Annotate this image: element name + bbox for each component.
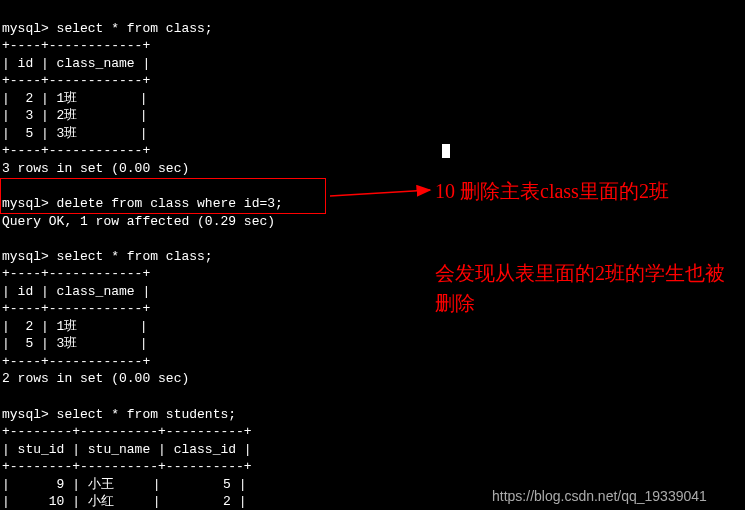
result-summary: 3 rows in set (0.00 sec) bbox=[2, 161, 189, 176]
table-border: +----+------------+ bbox=[2, 354, 150, 369]
table-row: | 2 | 1班 | bbox=[2, 319, 148, 334]
sql-query-select-class-2: mysql> select * from class; bbox=[2, 249, 213, 264]
table-row: | 5 | 3班 | bbox=[2, 336, 148, 351]
text-cursor bbox=[442, 144, 450, 158]
mysql-terminal: mysql> select * from class; +----+------… bbox=[0, 0, 745, 510]
table-header: | stu_id | stu_name | class_id | bbox=[2, 442, 252, 457]
result-summary: 2 rows in set (0.00 sec) bbox=[2, 371, 189, 386]
sql-query-delete: mysql> delete from class where id=3; bbox=[2, 196, 283, 211]
table-header: | id | class_name | bbox=[2, 284, 150, 299]
table-border: +--------+----------+----------+ bbox=[2, 459, 252, 474]
table-row: | 3 | 2班 | bbox=[2, 108, 148, 123]
sql-query-select-class-1: mysql> select * from class; bbox=[2, 21, 213, 36]
csdn-watermark: https://blog.csdn.net/qq_19339041 bbox=[492, 488, 707, 504]
table-row: | 5 | 3班 | bbox=[2, 126, 148, 141]
table-row: | 2 | 1班 | bbox=[2, 91, 148, 106]
annotation-step-10: 10 删除主表class里面的2班 bbox=[435, 176, 735, 206]
annotation-observation: 会发现从表里面的2班的学生也被删除 bbox=[435, 258, 735, 318]
table-border: +--------+----------+----------+ bbox=[2, 424, 252, 439]
table-row: | 9 | 小王 | 5 | bbox=[2, 477, 246, 492]
table-border: +----+------------+ bbox=[2, 301, 150, 316]
table-border: +----+------------+ bbox=[2, 266, 150, 281]
table-header: | id | class_name | bbox=[2, 56, 150, 71]
table-row: | 10 | 小红 | 2 | bbox=[2, 494, 246, 509]
table-border: +----+------------+ bbox=[2, 73, 150, 88]
query-ok: Query OK, 1 row affected (0.29 sec) bbox=[2, 214, 275, 229]
sql-query-select-students: mysql> select * from students; bbox=[2, 407, 236, 422]
table-border: +----+------------+ bbox=[2, 143, 150, 158]
table-border: +----+------------+ bbox=[2, 38, 150, 53]
